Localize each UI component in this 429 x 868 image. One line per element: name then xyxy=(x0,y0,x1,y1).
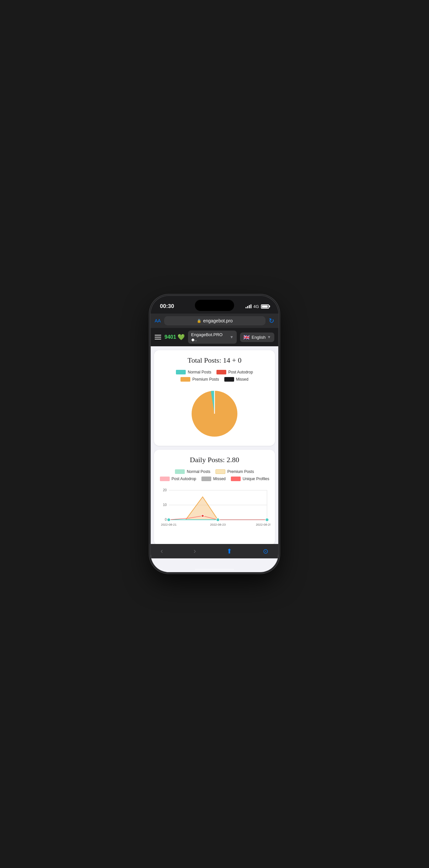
missed-swatch xyxy=(224,377,234,382)
svg-text:20: 20 xyxy=(163,488,167,492)
phone-content: AA 🔒 engagebot.pro ↻ 9401 💚 EngageBot.PR… xyxy=(151,314,278,572)
daily-premium-swatch xyxy=(216,469,225,474)
legend-daily-autodrop: Post Autodrop xyxy=(160,476,196,481)
compass-button[interactable]: ⊙ xyxy=(263,547,268,555)
svg-text:0: 0 xyxy=(165,518,167,521)
svg-point-10 xyxy=(167,518,170,521)
svg-text:2022-08-21: 2022-08-21 xyxy=(161,523,176,526)
svg-point-11 xyxy=(216,518,220,521)
battery-fill xyxy=(262,305,268,308)
url-text: engagebot.pro xyxy=(203,318,232,323)
hamburger-menu[interactable] xyxy=(155,335,161,339)
daily-autodrop-swatch xyxy=(160,476,170,481)
language-dropdown[interactable]: 🇬🇧 English ▼ xyxy=(240,333,274,342)
line-chart: 20 10 0 xyxy=(159,487,270,539)
url-bar[interactable]: 🔒 engagebot.pro xyxy=(164,316,265,326)
premium-posts-label: Premium Posts xyxy=(192,377,219,382)
total-posts-title: Total Posts: 14 + 0 xyxy=(159,356,270,365)
svg-marker-9 xyxy=(169,497,267,520)
profile-text: EngageBot.PRO ◆.. xyxy=(191,332,228,342)
legend-daily-unique: Unique Profiles xyxy=(231,476,269,481)
svg-point-13 xyxy=(201,515,204,517)
post-autodrop-swatch xyxy=(217,370,226,374)
home-indicator xyxy=(195,569,234,570)
daily-premium-label: Premium Posts xyxy=(227,469,254,474)
network-label: 4G xyxy=(254,304,259,309)
dynamic-island xyxy=(195,300,234,311)
legend-missed: Missed xyxy=(224,377,249,382)
forward-button[interactable]: › xyxy=(194,547,196,555)
legend-premium-posts: Premium Posts xyxy=(180,377,219,382)
svg-text:2022-08-23: 2022-08-23 xyxy=(210,523,226,526)
premium-posts-swatch xyxy=(180,377,190,382)
status-time: 00:30 xyxy=(160,303,174,310)
missed-label: Missed xyxy=(236,377,249,382)
phone-frame: 00:30 4G AA 🔒 engagebot.pro ↻ xyxy=(151,296,278,572)
daily-missed-swatch xyxy=(201,476,211,481)
daily-unique-swatch xyxy=(231,476,241,481)
refresh-button[interactable]: ↻ xyxy=(269,317,274,325)
back-button[interactable]: ‹ xyxy=(161,547,163,555)
dropdown-arrow-icon: ▼ xyxy=(230,335,234,339)
share-button[interactable]: ⬆ xyxy=(227,547,232,555)
browser-bar: AA 🔒 engagebot.pro ↻ xyxy=(151,314,278,328)
nav-bar: 9401 💚 EngageBot.PRO ◆.. ▼ 🇬🇧 English ▼ xyxy=(151,328,278,346)
normal-posts-label: Normal Posts xyxy=(188,370,211,374)
aa-button[interactable]: AA xyxy=(155,318,161,323)
post-autodrop-label: Post Autodrop xyxy=(228,370,253,374)
total-posts-legend: Normal Posts Post Autodrop Premium Posts… xyxy=(159,370,270,382)
legend-post-autodrop: Post Autodrop xyxy=(217,370,253,374)
total-posts-card: Total Posts: 14 + 0 Normal Posts Post Au… xyxy=(154,350,275,446)
battery-icon xyxy=(261,304,269,309)
lock-icon: 🔒 xyxy=(197,319,201,323)
legend-normal-posts: Normal Posts xyxy=(176,370,211,374)
coins-count: 9401 xyxy=(164,334,176,340)
svg-text:10: 10 xyxy=(163,503,167,507)
legend-daily-missed: Missed xyxy=(201,476,226,481)
lang-dropdown-arrow-icon: ▼ xyxy=(267,335,271,339)
daily-missed-label: Missed xyxy=(213,476,226,481)
pie-chart xyxy=(188,388,241,440)
daily-posts-title: Daily Posts: 2.80 xyxy=(159,456,270,464)
legend-daily-normal: Normal Posts xyxy=(175,469,210,474)
flag-icon: 🇬🇧 xyxy=(243,334,250,340)
daily-posts-legend: Normal Posts Premium Posts Post Autodrop… xyxy=(159,469,270,481)
legend-daily-premium: Premium Posts xyxy=(216,469,254,474)
normal-posts-swatch xyxy=(176,370,186,374)
daily-normal-label: Normal Posts xyxy=(187,469,210,474)
daily-normal-swatch xyxy=(175,469,185,474)
daily-unique-label: Unique Profiles xyxy=(243,476,269,481)
signal-icon xyxy=(245,304,252,308)
scroll-content[interactable]: Total Posts: 14 + 0 Normal Posts Post Au… xyxy=(151,346,278,544)
svg-point-12 xyxy=(265,518,268,521)
daily-posts-card: Daily Posts: 2.80 Normal Posts Premium P… xyxy=(154,450,275,544)
safari-bottom-nav: ‹ › ⬆ ⊙ xyxy=(151,544,278,558)
pie-chart-container xyxy=(159,388,270,440)
line-chart-container: 20 10 0 xyxy=(159,487,270,539)
language-text: English xyxy=(252,335,265,340)
svg-text:2022-08-25: 2022-08-25 xyxy=(256,523,270,526)
daily-autodrop-label: Post Autodrop xyxy=(172,476,196,481)
profile-dropdown[interactable]: EngageBot.PRO ◆.. ▼ xyxy=(188,331,237,344)
status-right: 4G xyxy=(245,304,269,309)
coin-icon: 💚 xyxy=(177,334,185,341)
coins-section: 9401 💚 xyxy=(164,334,185,341)
